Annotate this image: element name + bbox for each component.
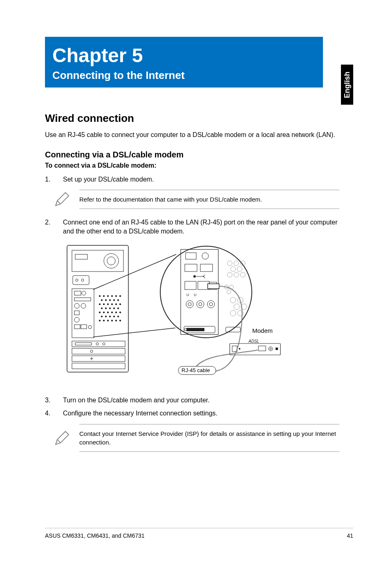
svg-point-61 [103, 343, 105, 345]
svg-point-42 [103, 312, 105, 313]
svg-point-56 [115, 320, 117, 321]
section-heading: Wired connection [45, 112, 339, 125]
svg-point-33 [111, 303, 113, 305]
svg-point-15 [74, 317, 79, 322]
svg-point-28 [113, 299, 115, 301]
svg-point-63 [90, 350, 93, 352]
svg-point-30 [99, 303, 101, 305]
svg-point-12 [74, 303, 79, 308]
svg-point-37 [105, 307, 107, 309]
step-item: 1. Set up your DSL/cable modem. [45, 175, 339, 184]
svg-rect-17 [81, 325, 87, 329]
pencil-icon [45, 429, 79, 447]
svg-point-21 [107, 295, 109, 297]
svg-rect-8 [72, 289, 94, 338]
footer-product: ASUS CM6331, CM6431, and CM6731 [45, 532, 145, 539]
svg-point-20 [103, 295, 105, 297]
steps-list: 1. Set up your DSL/cable modem. [45, 175, 339, 184]
step-text: Connect one end of an RJ-45 cable to the… [63, 218, 339, 236]
pencil-icon [45, 190, 79, 208]
subsection-heading: Connecting via a DSL/cable modem [45, 150, 339, 159]
step-number: 2. [45, 218, 63, 236]
svg-text:U: U [194, 293, 197, 297]
svg-rect-62 [72, 348, 125, 354]
svg-rect-105 [186, 328, 204, 331]
footer-page-number: 41 [347, 532, 353, 539]
svg-point-38 [109, 307, 111, 309]
chapter-title: Connecting to the Internet [52, 69, 316, 82]
svg-point-27 [109, 299, 111, 301]
language-tab: English [341, 65, 353, 105]
steps-list: 3. Turn on the DSL/cable modem and your … [45, 396, 339, 418]
svg-rect-116 [276, 348, 278, 350]
svg-rect-113 [258, 346, 266, 351]
svg-point-41 [99, 312, 101, 313]
page-footer: ASUS CM6331, CM6431, and CM6731 41 [45, 528, 353, 539]
svg-rect-67 [72, 363, 125, 369]
svg-point-22 [111, 295, 113, 297]
svg-point-3 [107, 257, 115, 265]
svg-line-109 [93, 328, 175, 337]
svg-rect-0 [67, 245, 128, 372]
step-number: 1. [45, 175, 63, 184]
svg-point-39 [113, 307, 115, 309]
svg-point-52 [99, 320, 101, 321]
svg-rect-64 [72, 356, 125, 361]
step-text: Configure the necessary Internet connect… [63, 409, 339, 418]
note-text: Contact your Internet Service Provider (… [79, 424, 339, 452]
svg-point-43 [107, 312, 109, 313]
svg-rect-59 [75, 343, 92, 345]
svg-point-47 [101, 316, 103, 317]
svg-point-68 [160, 246, 252, 338]
svg-point-115 [270, 348, 271, 350]
content-area: Wired connection Use an RJ-45 cable to c… [45, 112, 339, 452]
step-item: 4. Configure the necessary Internet conn… [45, 409, 339, 418]
note-block: Refer to the documentation that came wit… [45, 190, 339, 209]
modem-label: Modem [252, 327, 273, 334]
svg-text:U: U [186, 293, 189, 297]
svg-point-35 [119, 303, 121, 305]
svg-point-13 [81, 303, 86, 308]
svg-rect-14 [74, 311, 79, 315]
svg-point-44 [111, 312, 113, 313]
svg-point-53 [103, 320, 105, 321]
svg-point-25 [101, 299, 103, 301]
svg-point-60 [96, 343, 99, 345]
svg-point-31 [103, 303, 105, 305]
svg-point-6 [76, 279, 78, 281]
svg-rect-16 [74, 325, 80, 329]
subsection-lead: To connect via a DSL/cable modem: [45, 162, 339, 169]
svg-point-23 [115, 295, 117, 297]
svg-text:ADSL: ADSL [248, 339, 259, 343]
svg-point-49 [109, 316, 111, 317]
svg-point-51 [117, 316, 119, 317]
svg-point-34 [115, 303, 117, 305]
step-item: 3. Turn on the DSL/cable modem and your … [45, 396, 339, 405]
svg-point-48 [105, 316, 107, 317]
svg-point-29 [117, 299, 119, 301]
step-number: 4. [45, 409, 63, 418]
svg-point-36 [101, 307, 103, 309]
svg-rect-9 [74, 291, 81, 295]
svg-point-19 [99, 295, 101, 297]
svg-point-55 [111, 320, 113, 321]
svg-point-7 [81, 279, 84, 281]
chapter-banner: Chapter 5 Connecting to the Internet [45, 37, 323, 88]
svg-rect-5 [73, 276, 89, 285]
svg-point-112 [239, 348, 240, 350]
svg-rect-1 [72, 250, 123, 272]
section-intro: Use an RJ-45 cable to connect your compu… [45, 130, 339, 139]
svg-point-32 [107, 303, 109, 305]
svg-rect-10 [82, 291, 86, 295]
cable-label: RJ-45 cable [182, 367, 210, 373]
svg-rect-11 [74, 298, 91, 301]
step-item: 2. Connect one end of an RJ-45 cable to … [45, 218, 339, 236]
note-block: Contact your Internet Service Provider (… [45, 424, 339, 452]
svg-point-74 [193, 275, 196, 278]
note-text: Refer to the documentation that came wit… [79, 190, 339, 209]
connection-diagram: U U [63, 243, 339, 384]
step-text: Turn on the DSL/cable modem and your com… [63, 396, 339, 405]
language-label: English [343, 71, 352, 98]
svg-rect-78 [208, 284, 219, 289]
steps-list: 2. Connect one end of an RJ-45 cable to … [45, 218, 339, 236]
